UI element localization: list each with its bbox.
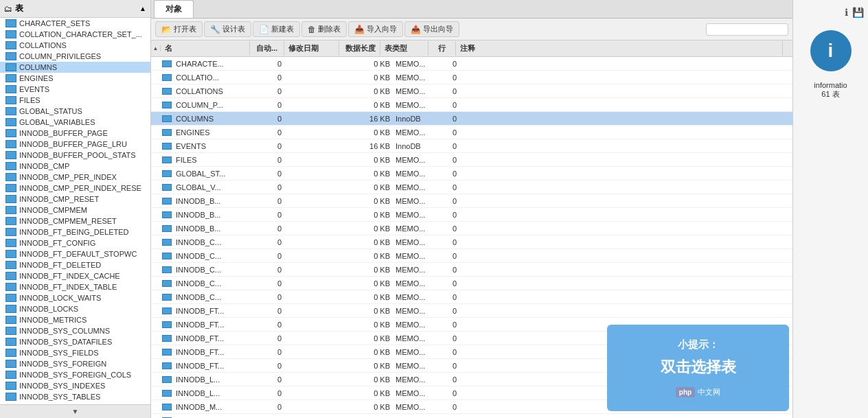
sidebar-item-25[interactable]: INNODB_LOCK_WAITS: [0, 292, 150, 303]
cell-auto-18: 0: [262, 305, 297, 316]
row-table-icon-12: [162, 225, 172, 232]
table-row[interactable]: INNODB_B... 0 0 KB MEMO... 0: [151, 208, 792, 222]
sidebar-item-34[interactable]: INNODB_SYS_TABLES: [0, 391, 150, 402]
col-header-comment[interactable]: 注释: [456, 41, 783, 56]
table-row[interactable]: INNODB_B... 0 0 KB MEMO... 0: [151, 222, 792, 235]
sidebar-item-11[interactable]: INNODB_BUFFER_PAGE_LRU: [0, 139, 150, 150]
sidebar-scroll-down[interactable]: ▼: [69, 406, 82, 417]
cell-rows-16: 0: [441, 278, 468, 289]
sidebar-item-7[interactable]: FILES: [0, 95, 150, 106]
sidebar-item-12[interactable]: INNODB_BUFFER_POOL_STATS: [0, 150, 150, 161]
col-header-auto[interactable]: 自动...: [250, 41, 284, 56]
col-header-size[interactable]: 数据长度: [339, 41, 380, 56]
sidebar-item-3[interactable]: COLUMN_PRIVILEGES: [0, 51, 150, 62]
delete-table-button[interactable]: 🗑 删除表: [301, 21, 347, 37]
new-table-button[interactable]: 📄 新建表: [253, 21, 300, 37]
search-input[interactable]: [706, 23, 788, 36]
col-header-date[interactable]: 修改日期: [284, 41, 339, 56]
info-icon[interactable]: ℹ: [845, 7, 848, 18]
tab-objects[interactable]: 对象: [154, 0, 194, 18]
table-row[interactable]: ENGINES 0 0 KB MEMO... 0: [151, 126, 792, 139]
cell-name-18: INNODB_FT...: [173, 305, 262, 316]
table-icon-31: [5, 360, 16, 368]
sidebar-item-13[interactable]: INNODB_CMP: [0, 161, 150, 172]
col-header-name[interactable]: 名: [161, 41, 250, 56]
sidebar-item-6[interactable]: EVENTS: [0, 84, 150, 95]
import-wizard-button[interactable]: 📥 导入向导: [348, 21, 403, 37]
cell-name-2: COLLATIONS: [173, 86, 262, 97]
design-table-button[interactable]: 🔧 设计表: [204, 21, 251, 37]
sidebar-item-27[interactable]: INNODB_METRICS: [0, 314, 150, 325]
table-row[interactable]: INNODB_C... 0 0 KB MEMO... 0: [151, 235, 792, 249]
table-row[interactable]: INNODB_C... 0 0 KB MEMO... 0: [151, 249, 792, 263]
sidebar-item-17[interactable]: INNODB_CMPMEM: [0, 205, 150, 216]
sidebar-item-22[interactable]: INNODB_FT_DELETED: [0, 259, 150, 270]
sidebar-item-9[interactable]: GLOBAL_VARIABLES: [0, 117, 150, 128]
cell-date-16: [297, 282, 352, 285]
cell-auto-2: 0: [262, 86, 297, 97]
info-letter: i: [828, 40, 834, 62]
sidebar-item-label-15: INNODB_CMP_PER_INDEX_RESE: [19, 184, 141, 192]
tooltip-subtitle: 双击选择表: [661, 357, 736, 378]
row-table-icon-9: [162, 184, 172, 191]
table-row[interactable]: INNODB_C... 0 0 KB MEMO... 0: [151, 263, 792, 277]
table-row[interactable]: FILES 0 0 KB MEMO... 0: [151, 153, 792, 167]
open-table-button[interactable]: 📂 打开表: [155, 21, 203, 37]
table-row[interactable]: INNODB_S... 0 0 KB MEMO... 0: [151, 414, 792, 418]
table-row[interactable]: EVENTS 0 16 KB InnoDB 0: [151, 139, 792, 153]
sidebar-item-28[interactable]: INNODB_SYS_COLUMNS: [0, 325, 150, 336]
cell-size-10: 0 KB: [352, 196, 393, 207]
sidebar-item-21[interactable]: INNODB_FT_DEFAULT_STOPWC: [0, 248, 150, 259]
cell-size-20: 0 KB: [352, 333, 393, 344]
export-wizard-button[interactable]: 📤 导出向导: [404, 21, 459, 37]
sidebar-item-16[interactable]: INNODB_CMP_RESET: [0, 194, 150, 205]
sidebar-collapse-icon[interactable]: ▲: [139, 5, 146, 12]
table-row[interactable]: GLOBAL_ST... 0 0 KB MEMO... 0: [151, 167, 792, 181]
sidebar-item-31[interactable]: INNODB_SYS_FOREIGN: [0, 358, 150, 369]
table-row[interactable]: COLLATIO... 0 0 KB MEMO... 0: [151, 71, 792, 84]
sidebar-item-4[interactable]: COLUMNS: [0, 62, 150, 73]
table-row[interactable]: COLUMNS 0 16 KB InnoDB 0: [151, 112, 792, 126]
sidebar-item-18[interactable]: INNODB_CMPMEM_RESET: [0, 216, 150, 227]
import-icon: 📥: [354, 25, 365, 34]
sidebar-item-10[interactable]: INNODB_BUFFER_PAGE: [0, 128, 150, 139]
sidebar-item-33[interactable]: INNODB_SYS_INDEXES: [0, 380, 150, 391]
table-row[interactable]: INNODB_B... 0 0 KB MEMO... 0: [151, 194, 792, 208]
sidebar-item-1[interactable]: COLLATION_CHARACTER_SET_...: [0, 29, 150, 40]
row-table-icon-24: [162, 390, 172, 397]
sidebar-item-5[interactable]: ENGINES: [0, 73, 150, 84]
sidebar-item-19[interactable]: INNODB_FT_BEING_DELETED: [0, 227, 150, 237]
delete-table-icon: 🗑: [308, 25, 316, 34]
sidebar-item-32[interactable]: INNODB_SYS_FOREIGN_COLS: [0, 369, 150, 380]
scroll-up-indicator[interactable]: ▲: [151, 45, 161, 51]
col-header-rows[interactable]: 行: [429, 41, 456, 56]
sidebar-item-8[interactable]: GLOBAL_STATUS: [0, 106, 150, 117]
cell-auto-12: 0: [262, 223, 297, 234]
cell-type-5: MEMO...: [393, 127, 441, 138]
sidebar-item-2[interactable]: COLLATIONS: [0, 40, 150, 51]
sidebar-item-15[interactable]: INNODB_CMP_PER_INDEX_RESE: [0, 183, 150, 194]
col-header-type[interactable]: 表类型: [380, 41, 429, 56]
sidebar-item-14[interactable]: INNODB_CMP_PER_INDEX: [0, 172, 150, 183]
sidebar-item-29[interactable]: INNODB_SYS_DATAFILES: [0, 336, 150, 347]
sidebar-item-26[interactable]: INNODB_LOCKS: [0, 303, 150, 314]
sidebar-item-24[interactable]: INNODB_FT_INDEX_TABLE: [0, 281, 150, 292]
save-icon[interactable]: 💾: [852, 7, 864, 18]
table-row[interactable]: COLUMN_P... 0 0 KB MEMO... 0: [151, 98, 792, 112]
table-row[interactable]: INNODB_C... 0 0 KB MEMO... 0: [151, 290, 792, 304]
row-table-icon-4: [162, 115, 172, 122]
table-icon-27: [5, 316, 16, 324]
table-row[interactable]: CHARACTE... 0 0 KB MEMO... 0: [151, 57, 792, 71]
row-table-icon-1: [162, 74, 172, 81]
table-row[interactable]: INNODB_FT... 0 0 KB MEMO... 0: [151, 304, 792, 318]
table-row[interactable]: INNODB_C... 0 0 KB MEMO... 0: [151, 277, 792, 290]
sidebar-item-23[interactable]: INNODB_FT_INDEX_CACHE: [0, 270, 150, 281]
table-row[interactable]: COLLATIONS 0 0 KB MEMO... 0: [151, 84, 792, 98]
cell-size-5: 0 KB: [352, 127, 393, 138]
sidebar-item-0[interactable]: CHARACTER_SETS: [0, 18, 150, 29]
sidebar-item-30[interactable]: INNODB_SYS_FIELDS: [0, 347, 150, 358]
table-row[interactable]: GLOBAL_V... 0 0 KB MEMO... 0: [151, 181, 792, 194]
row-table-icon-23: [162, 376, 172, 383]
cell-date-0: [297, 62, 352, 65]
sidebar-item-20[interactable]: INNODB_FT_CONFIG: [0, 237, 150, 248]
